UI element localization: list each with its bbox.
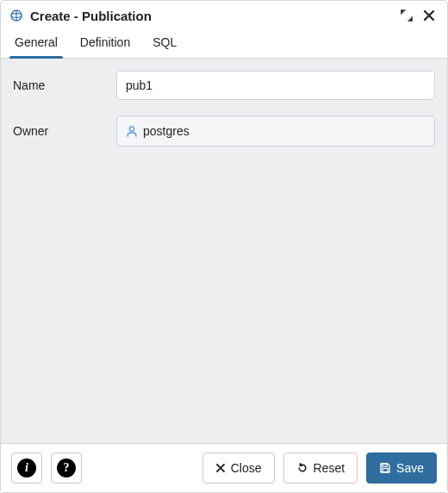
svg-rect-4 xyxy=(383,464,387,466)
help-button[interactable]: ? xyxy=(51,452,82,484)
close-label: Close xyxy=(231,461,262,475)
x-icon xyxy=(215,463,226,473)
close-button[interactable]: Close xyxy=(202,452,275,484)
owner-value: postgres xyxy=(143,124,190,138)
tab-sql[interactable]: SQL xyxy=(151,28,178,58)
expand-icon[interactable] xyxy=(399,8,414,23)
save-button[interactable]: Save xyxy=(366,452,437,484)
tab-bar: General Definition SQL xyxy=(1,28,447,59)
reset-icon xyxy=(296,462,308,474)
info-icon: i xyxy=(17,459,36,477)
help-icon: ? xyxy=(57,459,76,477)
reset-button[interactable]: Reset xyxy=(283,452,358,484)
owner-select[interactable]: postgres xyxy=(116,115,435,147)
svg-point-3 xyxy=(129,127,134,131)
info-button[interactable]: i xyxy=(11,452,42,484)
tab-definition[interactable]: Definition xyxy=(78,28,132,58)
svg-rect-5 xyxy=(383,469,388,472)
create-publication-dialog: Create - Publication General Definition … xyxy=(0,0,448,493)
form-body: Name Owner postgres xyxy=(1,59,447,443)
reset-label: Reset xyxy=(314,461,345,475)
tab-general[interactable]: General xyxy=(13,28,59,58)
titlebar: Create - Publication xyxy=(1,1,447,28)
user-icon xyxy=(126,125,138,137)
close-icon[interactable] xyxy=(421,8,437,23)
name-input[interactable] xyxy=(116,71,435,100)
name-label: Name xyxy=(13,78,116,92)
row-name: Name xyxy=(13,71,435,100)
footer: i ? Close Reset Save xyxy=(1,443,447,492)
row-owner: Owner postgres xyxy=(13,115,435,147)
save-label: Save xyxy=(396,461,424,475)
name-field-wrap xyxy=(116,71,435,100)
owner-field-wrap: postgres xyxy=(116,115,435,147)
publication-icon xyxy=(9,9,23,22)
owner-label: Owner xyxy=(13,124,116,138)
save-icon xyxy=(379,462,391,474)
window-title: Create - Publication xyxy=(30,9,392,23)
